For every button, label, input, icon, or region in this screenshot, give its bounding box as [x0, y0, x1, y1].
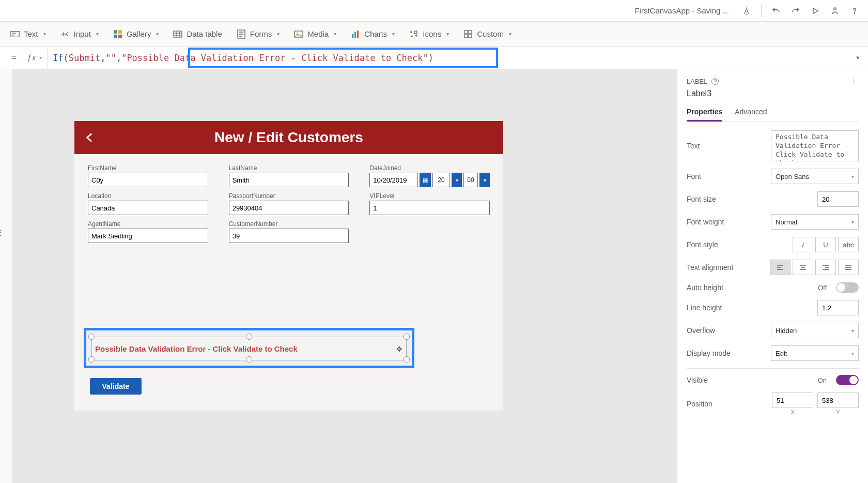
prop-position-label: Position — [687, 400, 766, 408]
ribbon-text[interactable]: Text▾ — [10, 29, 46, 39]
field-vip: VIPLevel — [369, 192, 490, 215]
ribbon-custom[interactable]: Custom▾ — [463, 29, 512, 39]
properties-panel: LABEL ? 〉 Label3 Properties Advanced Tex… — [677, 69, 868, 483]
ribbon-input[interactable]: Input▾ — [60, 29, 99, 39]
share-icon[interactable] — [830, 6, 840, 16]
ribbon-data-table[interactable]: Data table — [173, 29, 222, 39]
field-custnum: CustomerNumber — [229, 220, 349, 243]
datejoined-input[interactable] — [369, 173, 418, 187]
chevron-down-icon[interactable]: ▾ — [479, 173, 490, 187]
underline-button[interactable]: U — [815, 237, 836, 252]
vip-input[interactable] — [369, 201, 490, 215]
undo-icon[interactable] — [771, 6, 781, 16]
prop-fontsize-input[interactable] — [817, 191, 859, 207]
charts-icon — [351, 29, 360, 39]
fx-button[interactable]: fx▾ — [22, 47, 48, 69]
screen-title: New / Edit Customers — [105, 129, 503, 146]
prop-position-y-input[interactable] — [817, 393, 859, 408]
align-center-button[interactable] — [793, 260, 813, 275]
resize-handle[interactable] — [404, 356, 410, 363]
gallery-icon — [113, 29, 122, 39]
chevron-down-icon[interactable]: ▾ — [452, 173, 462, 187]
prop-displaymode-label: Display mode — [687, 349, 765, 357]
help-icon[interactable]: ? — [711, 78, 719, 85]
table-icon — [173, 29, 182, 39]
strikethrough-button[interactable]: abc — [838, 237, 859, 252]
location-input[interactable] — [88, 201, 208, 215]
formula-token-fn: If — [53, 53, 63, 63]
chevron-down-icon: ▾ — [446, 31, 449, 37]
ribbon-forms[interactable]: Forms▾ — [237, 29, 280, 39]
screen-header: New / Edit Customers — [74, 121, 503, 154]
field-label: PassportNumber — [229, 192, 349, 200]
ribbon-charts[interactable]: Charts▾ — [351, 29, 395, 39]
help-icon[interactable] — [849, 6, 860, 16]
firstname-input[interactable] — [88, 173, 208, 187]
prop-visible-toggle[interactable] — [836, 375, 859, 385]
field-label: DateJoined — [369, 164, 490, 172]
resize-handle[interactable] — [246, 334, 252, 340]
svg-rect-4 — [118, 30, 122, 34]
move-icon[interactable]: ✥ — [396, 345, 402, 353]
expand-formula-icon[interactable]: ▾ — [847, 54, 868, 62]
title-bar: FirstCanvasApp - Saving ... — [0, 0, 868, 22]
field-label: VIPLevel — [369, 192, 490, 200]
prop-displaymode-select[interactable]: Edit▾ — [771, 345, 859, 361]
chevron-down-icon: ▾ — [509, 31, 512, 37]
prop-autoheight-label: Auto height — [687, 283, 812, 292]
resize-handle[interactable] — [404, 334, 410, 340]
resize-handle[interactable] — [246, 356, 252, 363]
back-icon[interactable] — [74, 131, 105, 144]
prop-autoheight-toggle[interactable] — [836, 282, 859, 293]
formula-input[interactable]: If(Submit, "", "Possible Data Validation… — [48, 47, 847, 69]
tab-advanced[interactable]: Advanced — [735, 108, 767, 122]
app-canvas[interactable]: New / Edit Customers FirstName LastName … — [74, 121, 503, 411]
prop-lineheight-input[interactable] — [817, 300, 859, 315]
svg-rect-13 — [357, 31, 359, 38]
minute-select[interactable]: 00 — [463, 173, 478, 187]
chevron-down-icon: ▾ — [277, 31, 280, 37]
field-location: Location — [88, 192, 208, 215]
resize-handle[interactable] — [88, 356, 95, 363]
ribbon-media[interactable]: Media▾ — [294, 29, 336, 39]
lastname-input[interactable] — [229, 173, 349, 187]
validate-button[interactable]: Validate — [90, 378, 142, 395]
prop-alignment-group — [770, 260, 859, 275]
align-justify-button[interactable] — [838, 260, 859, 275]
property-selector[interactable]: = — [6, 52, 22, 63]
ribbon-icons[interactable]: Icons▾ — [409, 29, 449, 39]
prop-position-x-input[interactable] — [772, 393, 813, 408]
hour-select[interactable]: 20 — [432, 173, 450, 187]
collapse-handle-icon[interactable]: ⋮ — [0, 219, 3, 245]
left-gutter: ⋮ — [0, 69, 12, 483]
chevron-down-icon: ▾ — [96, 31, 99, 37]
svg-rect-19 — [469, 35, 472, 38]
align-right-button[interactable] — [815, 260, 836, 275]
app-checker-icon[interactable] — [741, 6, 752, 16]
prop-font-select[interactable]: Open Sans▾ — [771, 169, 859, 184]
prop-alignment-label: Text alignment — [687, 263, 764, 271]
play-icon[interactable] — [810, 6, 820, 16]
prop-fontstyle-group: I U abc — [793, 237, 859, 252]
field-lastname: LastName — [229, 164, 349, 187]
calendar-icon[interactable]: ▦ — [420, 173, 431, 187]
media-icon — [294, 29, 303, 39]
agent-input[interactable] — [88, 229, 208, 243]
tab-properties[interactable]: Properties — [687, 108, 722, 122]
chevron-right-icon[interactable]: 〉 — [852, 77, 859, 86]
prop-fontweight-select[interactable]: Normal▾ — [771, 214, 859, 230]
app-title: FirstCanvasApp - Saving ... — [634, 6, 729, 15]
divider — [687, 368, 859, 369]
passport-input[interactable] — [229, 201, 349, 215]
prop-overflow-select[interactable]: Hidden▾ — [771, 323, 859, 338]
prop-text-input[interactable]: Possible Data Validation Error - Click V… — [771, 130, 859, 161]
field-label: CustomerNumber — [229, 220, 349, 228]
ribbon-gallery[interactable]: Gallery▾ — [113, 29, 159, 39]
custnum-input[interactable] — [229, 229, 349, 243]
svg-rect-11 — [352, 34, 353, 38]
italic-button[interactable]: I — [793, 237, 813, 252]
align-left-button[interactable] — [770, 260, 791, 275]
redo-icon[interactable] — [791, 6, 801, 16]
field-firstname: FirstName — [88, 164, 208, 187]
resize-handle[interactable] — [88, 334, 95, 340]
